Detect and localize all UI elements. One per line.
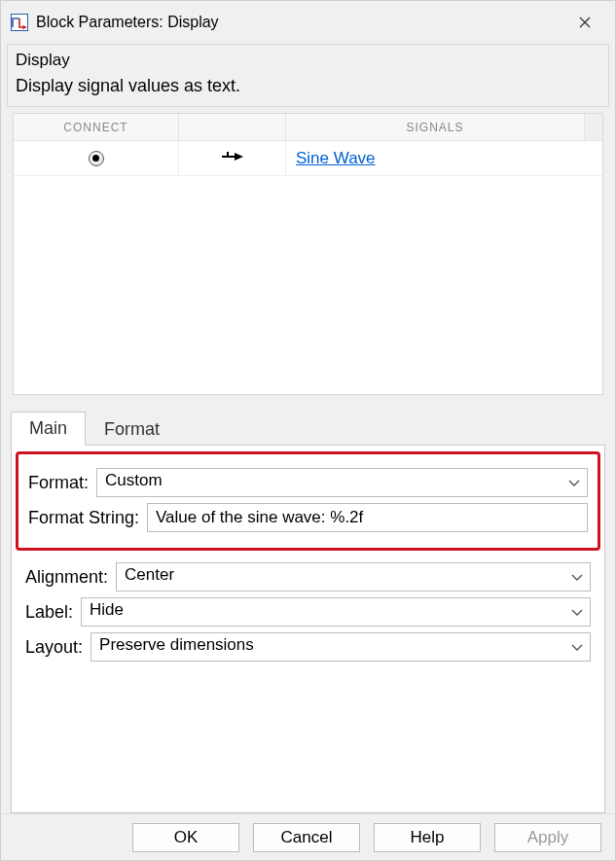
titlebar: Block Parameters: Display — [1, 1, 615, 44]
alignment-dropdown[interactable]: Center — [116, 562, 591, 592]
svg-marker-6 — [235, 153, 243, 161]
scrollbar-track[interactable] — [585, 114, 602, 140]
column-header-connect: CONNECT — [14, 114, 179, 140]
port-cell — [179, 141, 286, 175]
description-legend: Display — [16, 51, 74, 70]
column-header-port — [179, 114, 286, 140]
tabs-area: Main Format Format: Custom Format String… — [11, 413, 605, 813]
row-format-string: Format String: — [28, 503, 588, 532]
label-label: Label: — [25, 602, 73, 623]
signal-cell: Sine Wave — [286, 141, 602, 175]
block-parameters-dialog: Block Parameters: Display Display Displa… — [0, 0, 616, 861]
column-header-signals: SIGNALS — [286, 114, 585, 140]
signals-panel: CONNECT SIGNALS Sine Wave — [13, 113, 603, 395]
simulink-icon — [11, 14, 28, 31]
window-title: Block Parameters: Display — [36, 14, 562, 31]
tab-strip: Main Format — [11, 413, 605, 446]
label-layout: Layout: — [25, 637, 83, 658]
close-button[interactable] — [562, 7, 607, 38]
connect-cell — [14, 141, 179, 175]
close-icon — [579, 17, 591, 28]
apply-button[interactable]: Apply — [494, 823, 601, 852]
tab-body-main: Format: Custom Format String: — [11, 445, 605, 813]
description-group: Display Display signal values as text. — [7, 44, 609, 107]
highlighted-parameters: Format: Custom Format String: — [16, 451, 600, 551]
row-layout: Layout: Preserve dimensions — [25, 632, 591, 662]
description-text: Display signal values as text. — [16, 76, 600, 96]
signal-link[interactable]: Sine Wave — [296, 149, 376, 168]
help-button[interactable]: Help — [374, 823, 481, 852]
row-label: Label: Hide — [25, 597, 591, 627]
format-dropdown[interactable]: Custom — [96, 468, 588, 497]
label-dropdown[interactable]: Hide — [81, 597, 591, 627]
ok-button[interactable]: OK — [132, 823, 239, 852]
connect-radio[interactable] — [89, 151, 104, 166]
cancel-button[interactable]: Cancel — [253, 823, 360, 852]
row-alignment: Alignment: Center — [25, 562, 591, 592]
tab-main[interactable]: Main — [11, 412, 86, 446]
signal-port-icon — [220, 148, 245, 168]
tab-format[interactable]: Format — [86, 413, 178, 446]
format-string-input[interactable] — [147, 503, 588, 532]
label-format-string: Format String: — [28, 508, 139, 528]
signals-header: CONNECT SIGNALS — [14, 114, 602, 141]
table-row: Sine Wave — [14, 141, 602, 176]
layout-dropdown[interactable]: Preserve dimensions — [91, 632, 591, 662]
button-bar: OK Cancel Help Apply — [1, 813, 615, 860]
row-format: Format: Custom — [28, 468, 588, 497]
label-format: Format: — [28, 473, 89, 493]
label-alignment: Alignment: — [25, 567, 108, 588]
